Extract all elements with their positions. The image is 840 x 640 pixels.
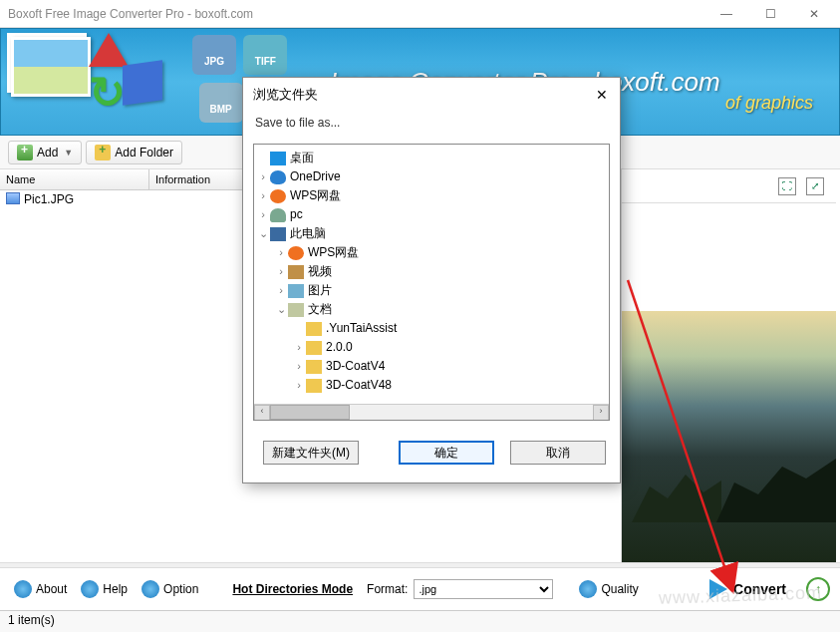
video-icon: [288, 265, 304, 279]
tree-item-thispc[interactable]: ⌄此电脑: [256, 224, 607, 243]
user-icon: [270, 208, 286, 222]
gear-icon: [141, 580, 159, 598]
tree-item-onedrive[interactable]: ›OneDrive: [256, 167, 607, 186]
folder-icon: [306, 322, 322, 336]
tree-item-pictures[interactable]: ›图片: [256, 281, 607, 300]
badge-tiff: TIFF: [243, 35, 287, 75]
cancel-button[interactable]: 取消: [510, 441, 606, 465]
quality-label: Quality: [601, 582, 638, 596]
status-text: 1 item(s): [8, 613, 55, 627]
preview-image: [622, 311, 836, 562]
folder-icon: [306, 360, 322, 374]
browse-folder-dialog: 浏览文件夹 ✕ Save to file as... 桌面 ›OneDrive …: [242, 77, 621, 483]
minimize-button[interactable]: —: [704, 0, 748, 28]
banner-subtitle: of graphics: [725, 93, 813, 114]
image-preview: [622, 203, 836, 562]
tree-item-desktop[interactable]: 桌面: [256, 149, 607, 167]
tree-item-folder[interactable]: ›2.0.0: [256, 338, 607, 357]
add-button[interactable]: Add ▼: [8, 141, 82, 164]
about-label: About: [36, 582, 67, 596]
banner-art: ↻: [1, 29, 190, 135]
format-badges: JPG TIFF BMP: [192, 35, 343, 75]
add-label: Add: [37, 146, 58, 160]
scroll-right-button[interactable]: ›: [593, 405, 609, 421]
convert-button[interactable]: Convert: [701, 575, 794, 603]
tree-item-wps[interactable]: ›WPS网盘: [256, 186, 607, 205]
add-folder-label: Add Folder: [115, 146, 173, 160]
mode-label[interactable]: Hot Directories Mode: [232, 582, 353, 596]
new-folder-button[interactable]: 新建文件夹(M): [263, 441, 359, 465]
desktop-icon: [270, 152, 286, 165]
format-select[interactable]: .jpg: [414, 579, 553, 599]
tree-item-folder[interactable]: ›3D-CoatV4: [256, 357, 607, 376]
tree-item-folder[interactable]: ›3D-CoatV48: [256, 376, 607, 395]
wps-icon: [270, 189, 286, 203]
fit-window-button[interactable]: ⛶: [778, 177, 796, 195]
option-button[interactable]: Option: [138, 577, 202, 601]
tree-item-folder[interactable]: .YunTaiAssist: [256, 319, 607, 338]
col-name[interactable]: Name: [0, 169, 149, 189]
window-buttons: — ☐ ✕: [704, 0, 836, 28]
option-label: Option: [163, 582, 198, 596]
computer-icon: [270, 227, 286, 241]
preview-tools: ⛶ ⤢: [622, 169, 836, 203]
add-folder-button[interactable]: Add Folder: [86, 141, 182, 164]
titlebar: Boxoft Free Image Converter Pro - boxoft…: [0, 0, 840, 28]
horizontal-scrollbar[interactable]: ‹ ›: [254, 404, 609, 420]
folder-tree[interactable]: 桌面 ›OneDrive ›WPS网盘 ›pc ⌄此电脑 ›WPS网盘 ›视频 …: [253, 144, 610, 421]
file-name: Pic1.JPG: [24, 192, 74, 206]
play-icon: [709, 579, 727, 599]
actual-size-button[interactable]: ⤢: [806, 177, 824, 195]
add-icon: [17, 145, 33, 160]
dialog-title: 浏览文件夹: [253, 86, 594, 104]
dialog-close-button[interactable]: ✕: [594, 87, 610, 103]
image-file-icon: [6, 192, 20, 204]
tree-item-documents[interactable]: ⌄文档: [256, 300, 607, 319]
badge-jpg: JPG: [192, 35, 236, 75]
wps-icon: [288, 246, 304, 260]
tree-item-wps2[interactable]: ›WPS网盘: [256, 243, 607, 262]
window-title: Boxoft Free Image Converter Pro - boxoft…: [8, 7, 704, 21]
dialog-subtitle: Save to file as...: [243, 112, 620, 140]
folder-add-icon: [95, 145, 111, 160]
cloud-icon: [270, 170, 286, 184]
about-button[interactable]: About: [10, 577, 71, 601]
dialog-titlebar: 浏览文件夹 ✕: [243, 78, 620, 112]
scroll-thumb[interactable]: [270, 405, 350, 420]
chevron-down-icon: ▼: [64, 148, 73, 158]
convert-label: Convert: [733, 581, 786, 597]
quality-button[interactable]: Quality: [575, 577, 642, 601]
ok-button[interactable]: 确定: [399, 441, 494, 465]
preview-panel: ⛶ ⤢: [622, 169, 836, 562]
status-bar: 1 item(s): [0, 610, 840, 632]
dialog-buttons: 新建文件夹(M) 确定 取消: [243, 425, 620, 482]
scroll-track[interactable]: [270, 405, 593, 420]
documents-icon: [288, 303, 304, 317]
help-icon: [81, 580, 99, 598]
up-button[interactable]: ↑: [806, 577, 830, 601]
badge-bmp: BMP: [199, 83, 243, 123]
tree-item-user[interactable]: ›pc: [256, 205, 607, 224]
tree-item-video[interactable]: ›视频: [256, 262, 607, 281]
pictures-icon: [288, 284, 304, 298]
folder-icon: [306, 379, 322, 393]
maximize-button[interactable]: ☐: [748, 0, 792, 28]
bottom-toolbar: About Help Option Hot Directories Mode F…: [0, 568, 840, 610]
help-button[interactable]: Help: [77, 577, 132, 601]
format-label: Format:: [367, 582, 408, 596]
close-button[interactable]: ✕: [792, 0, 836, 28]
folder-icon: [306, 341, 322, 355]
quality-icon: [579, 580, 597, 598]
scroll-left-button[interactable]: ‹: [254, 405, 270, 421]
info-icon: [14, 580, 32, 598]
help-label: Help: [103, 582, 128, 596]
